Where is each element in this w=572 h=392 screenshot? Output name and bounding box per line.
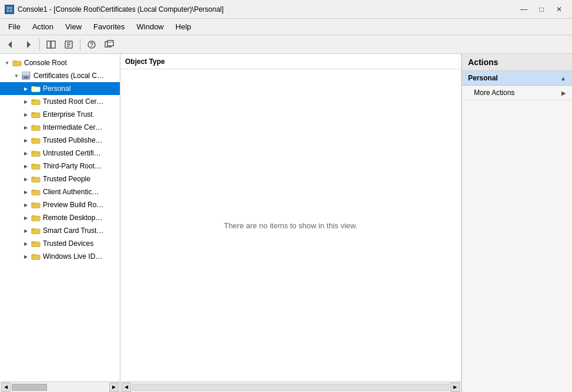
menu-window[interactable]: Window xyxy=(131,19,170,35)
content-scroll-right[interactable]: ▶ xyxy=(450,383,460,392)
maximize-button[interactable]: □ xyxy=(533,2,550,16)
svg-rect-26 xyxy=(32,99,35,101)
toolbar-separator-1 xyxy=(39,39,40,50)
toggle-console-root[interactable] xyxy=(2,58,12,67)
close-button[interactable]: ✕ xyxy=(551,2,567,16)
menu-help[interactable]: Help xyxy=(170,19,197,35)
trusted-people-label: Trusted People xyxy=(43,175,90,183)
actions-personal-label: Personal xyxy=(468,74,498,82)
properties-button[interactable] xyxy=(60,37,77,52)
tree-item-smart-card-trust[interactable]: Smart Card Trust… xyxy=(0,224,120,237)
show-tree-button[interactable] xyxy=(43,37,59,52)
toggle-personal[interactable] xyxy=(21,84,31,93)
toggle-remote-desktop[interactable] xyxy=(21,213,31,222)
toggle-trusted-people[interactable] xyxy=(21,174,31,184)
actions-more-actions[interactable]: More Actions ▶ xyxy=(462,86,572,100)
svg-rect-48 xyxy=(32,241,35,243)
toggle-certs-local[interactable] xyxy=(12,71,21,80)
actions-section-personal[interactable]: Personal ▲ xyxy=(462,71,572,86)
third-party-root-icon xyxy=(31,161,41,171)
tree-item-remote-desktop[interactable]: Remote Desktop… xyxy=(0,211,120,224)
empty-message: There are no items to show in this view. xyxy=(224,221,358,230)
untrusted-certs-icon xyxy=(31,148,41,158)
actions-header: Actions xyxy=(462,54,572,71)
menu-bar: File Action View Favorites Window Help xyxy=(0,19,572,35)
console-root-label: Console Root xyxy=(24,59,67,67)
tree-item-personal[interactable]: Personal xyxy=(0,82,120,95)
svg-rect-34 xyxy=(32,151,35,153)
menu-favorites[interactable]: Favorites xyxy=(88,19,130,35)
smart-card-trust-label: Smart Card Trust… xyxy=(43,227,103,235)
svg-rect-44 xyxy=(32,215,35,217)
svg-rect-4 xyxy=(10,9,12,12)
toggle-third-party-root[interactable] xyxy=(21,161,31,171)
trusted-people-icon xyxy=(31,174,41,184)
content-scroll-left[interactable]: ◀ xyxy=(122,383,131,392)
tree-scroll-left[interactable]: ◀ xyxy=(1,383,11,392)
help-button[interactable]: ? xyxy=(83,37,100,52)
tree-item-certs-local[interactable]: Certificates (Local C… xyxy=(0,69,120,82)
toggle-preview-build[interactable] xyxy=(21,200,31,209)
tree-item-enterprise-trust[interactable]: Enterprise Trust xyxy=(0,108,120,121)
tree-item-client-auth[interactable]: Client Authentic… xyxy=(0,185,120,198)
trusted-root-icon xyxy=(31,97,41,106)
windows-live-id-icon xyxy=(31,252,41,261)
content-scrollbar-h[interactable]: ◀ ▶ xyxy=(120,381,461,392)
toggle-trusted-publisher[interactable] xyxy=(21,136,31,145)
svg-rect-3 xyxy=(7,9,9,12)
toggle-enterprise-trust[interactable] xyxy=(21,110,31,119)
svg-rect-42 xyxy=(32,202,35,204)
tree-item-third-party-root[interactable]: Third-Party Root… xyxy=(0,160,120,173)
svg-text:?: ? xyxy=(90,42,93,48)
content-header: Object Type xyxy=(120,54,461,69)
svg-rect-30 xyxy=(32,125,35,127)
svg-rect-24 xyxy=(32,86,35,88)
trusted-publisher-label: Trusted Publishe… xyxy=(43,136,103,144)
toggle-untrusted-certs[interactable] xyxy=(21,148,31,158)
intermediate-ca-icon xyxy=(31,123,41,132)
enterprise-trust-label: Enterprise Trust xyxy=(43,110,93,119)
toggle-trusted-devices[interactable] xyxy=(21,239,31,248)
tree-item-windows-live-id[interactable]: Windows Live ID… xyxy=(0,250,120,263)
toggle-trusted-root[interactable] xyxy=(21,97,31,106)
preview-build-icon xyxy=(31,200,41,209)
tree-item-untrusted-certs[interactable]: Untrusted Certifi… xyxy=(0,147,120,160)
client-auth-icon xyxy=(31,187,41,197)
untrusted-certs-label: Untrusted Certifi… xyxy=(43,149,101,157)
forward-button[interactable] xyxy=(20,37,36,52)
trusted-devices-icon xyxy=(31,239,41,248)
tree-item-intermediate-ca[interactable]: Intermediate Cer… xyxy=(0,121,120,134)
svg-rect-32 xyxy=(32,138,35,140)
svg-rect-46 xyxy=(32,228,35,230)
main-area: Console Root Certificates (Local C… xyxy=(0,54,572,392)
svg-rect-36 xyxy=(32,164,35,165)
tree-scrollbar-h[interactable]: ◀ ▶ xyxy=(0,381,120,392)
windows-live-id-label: Windows Live ID… xyxy=(43,252,102,261)
toggle-windows-live-id[interactable] xyxy=(21,252,31,261)
menu-view[interactable]: View xyxy=(59,19,88,35)
content-header-label: Object Type xyxy=(125,58,165,66)
tree-item-trusted-devices[interactable]: Trusted Devices xyxy=(0,237,120,250)
tree-item-trusted-publisher[interactable]: Trusted Publishe… xyxy=(0,134,120,147)
intermediate-ca-label: Intermediate Cer… xyxy=(43,123,102,131)
toggle-client-auth[interactable] xyxy=(21,187,31,197)
tree-item-console-root[interactable]: Console Root xyxy=(0,56,120,69)
tree-item-preview-build[interactable]: Preview Build Ro… xyxy=(0,198,120,211)
smart-card-trust-icon xyxy=(31,226,41,235)
menu-action[interactable]: Action xyxy=(26,19,59,35)
remote-desktop-label: Remote Desktop… xyxy=(43,214,102,222)
minimize-button[interactable]: — xyxy=(516,2,532,16)
toggle-smart-card-trust[interactable] xyxy=(21,226,31,235)
new-window-button[interactable] xyxy=(101,37,117,52)
back-button[interactable] xyxy=(2,37,19,52)
tree-item-trusted-root[interactable]: Trusted Root Cer… xyxy=(0,95,120,108)
actions-section-caret: ▲ xyxy=(560,75,566,82)
menu-file[interactable]: File xyxy=(2,19,26,35)
tree-scroll-thumb[interactable] xyxy=(12,384,47,391)
actions-panel: Actions Personal ▲ More Actions ▶ xyxy=(462,54,572,392)
enterprise-trust-icon xyxy=(31,110,41,119)
toolbar-separator-2 xyxy=(80,39,80,50)
tree-item-trusted-people[interactable]: Trusted People xyxy=(0,173,120,185)
toggle-intermediate-ca[interactable] xyxy=(21,123,31,132)
tree-scroll-right[interactable]: ▶ xyxy=(109,383,119,392)
